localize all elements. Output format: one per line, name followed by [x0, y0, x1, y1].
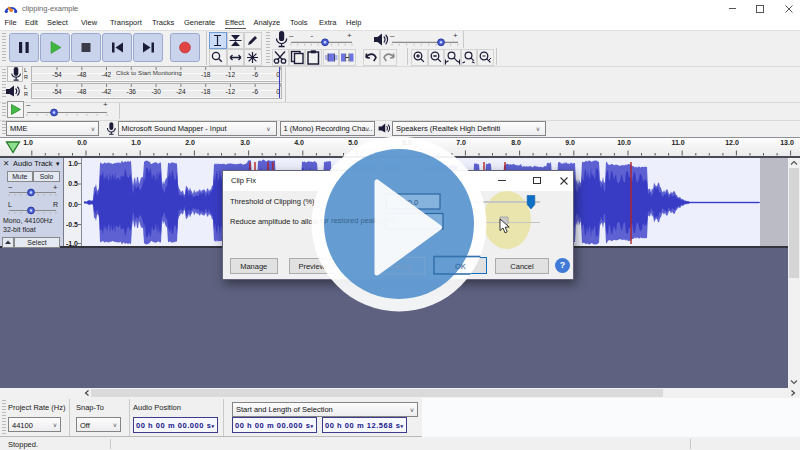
- svg-text:OK: OK: [455, 262, 466, 271]
